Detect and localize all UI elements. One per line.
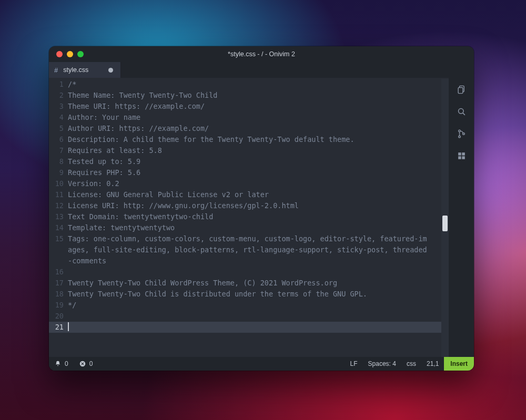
svg-rect-1 [458, 87, 463, 93]
errors-count: 0 [89, 360, 93, 367]
code-editor[interactable]: 123456789101112131415161718192021 /*Them… [49, 78, 449, 357]
error-icon [79, 360, 86, 367]
tab-dirty-close-icon[interactable] [108, 68, 113, 73]
search-icon[interactable] [456, 106, 467, 117]
tab-style-css[interactable]: # style.css [49, 62, 121, 78]
line-number-gutter: 123456789101112131415161718192021 [49, 79, 68, 357]
status-eol[interactable]: LF [345, 357, 363, 371]
activity-bar [449, 78, 474, 357]
status-indent[interactable]: Spaces: 4 [363, 357, 401, 371]
status-notifications[interactable]: 0 [49, 357, 74, 371]
svg-rect-9 [458, 156, 461, 159]
status-bar: 0 0 LF Spaces: 4 css 21,1 Insert [49, 357, 474, 371]
status-pos[interactable]: 21,1 [421, 357, 444, 371]
titlebar[interactable]: *style.css - / - Onivim 2 [49, 46, 474, 62]
svg-point-4 [458, 130, 460, 132]
layouts-icon[interactable] [456, 150, 467, 161]
editor-column: 123456789101112131415161718192021 /*Them… [49, 78, 449, 357]
status-errors[interactable]: 0 [74, 357, 98, 371]
editor-body: 123456789101112131415161718192021 /*Them… [49, 78, 474, 357]
window-title: *style.css - / - Onivim 2 [49, 50, 474, 58]
svg-rect-10 [462, 156, 465, 159]
svg-point-2 [458, 108, 463, 114]
zoom-window-button[interactable] [77, 51, 84, 57]
code-content[interactable]: /*Theme Name: Twenty Twenty-Two ChildThe… [68, 79, 441, 357]
status-lang[interactable]: css [401, 357, 421, 371]
close-window-button[interactable] [56, 51, 63, 57]
svg-line-3 [462, 112, 464, 115]
scrollbar-track[interactable] [441, 79, 449, 357]
tab-bar: # style.css [49, 62, 474, 78]
editor-window: *style.css - / - Onivim 2 # style.css 12… [49, 46, 474, 371]
svg-rect-8 [462, 152, 465, 156]
svg-rect-7 [458, 152, 461, 156]
git-icon[interactable] [456, 128, 467, 139]
scrollbar-thumb[interactable] [442, 216, 448, 231]
svg-point-5 [458, 136, 460, 138]
desktop-wallpaper: *style.css - / - Onivim 2 # style.css 12… [0, 0, 526, 420]
bell-icon [54, 360, 62, 367]
notifications-count: 0 [65, 360, 68, 367]
status-mode[interactable]: Insert [444, 357, 474, 371]
window-controls [49, 51, 84, 57]
file-type-icon: # [54, 66, 58, 74]
tab-label: style.css [63, 66, 88, 74]
minimize-window-button[interactable] [67, 51, 73, 57]
files-icon[interactable] [456, 84, 467, 95]
